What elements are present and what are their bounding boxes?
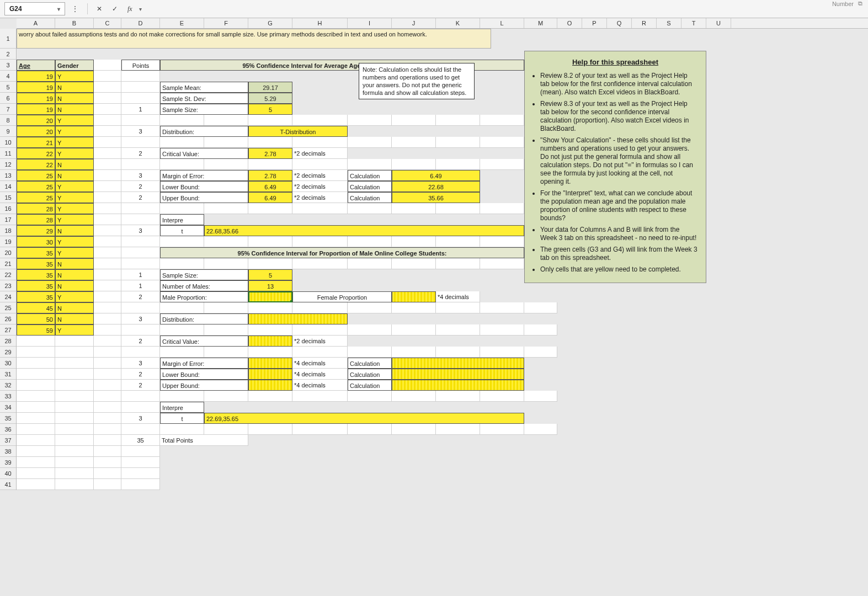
row-header[interactable]: 41 xyxy=(0,479,16,490)
row-header[interactable]: 13 xyxy=(0,170,16,181)
cell[interactable] xyxy=(204,424,248,435)
s2-mprop-val[interactable] xyxy=(248,291,292,302)
s2-males-val[interactable]: 13 xyxy=(248,280,292,291)
cell[interactable] xyxy=(392,302,436,313)
gender-cell[interactable]: N xyxy=(55,82,94,93)
cell[interactable] xyxy=(17,347,55,358)
gender-cell[interactable]: N xyxy=(55,313,94,324)
age-cell[interactable]: 22 xyxy=(17,159,55,170)
cell[interactable] xyxy=(524,324,557,336)
points-cell[interactable] xyxy=(121,258,160,269)
calc-val[interactable]: 6.49 xyxy=(248,181,292,192)
age-cell[interactable]: 35 xyxy=(17,258,55,269)
age-cell[interactable]: 35 xyxy=(17,280,55,291)
gender-cell[interactable]: N xyxy=(55,104,94,115)
cell[interactable] xyxy=(55,347,94,358)
points-cell[interactable]: 3 xyxy=(121,413,160,424)
cell[interactable] xyxy=(94,479,121,490)
cell[interactable] xyxy=(480,115,524,126)
formula-input[interactable] xyxy=(145,3,864,15)
cell[interactable] xyxy=(17,479,55,490)
cell[interactable] xyxy=(292,137,348,148)
cell[interactable] xyxy=(292,115,348,126)
age-cell[interactable]: 25 xyxy=(17,181,55,192)
cell[interactable] xyxy=(392,203,436,214)
cancel-icon[interactable]: ✕ xyxy=(93,4,105,14)
points-cell[interactable] xyxy=(121,446,160,457)
row-header[interactable]: 19 xyxy=(0,236,16,247)
cell[interactable] xyxy=(94,258,121,269)
s2-fprop-val[interactable] xyxy=(392,291,436,302)
age-cell[interactable]: 25 xyxy=(17,170,55,181)
cell[interactable] xyxy=(392,347,436,358)
cell[interactable] xyxy=(392,324,436,336)
cell[interactable] xyxy=(94,413,121,424)
gender-cell[interactable]: Y xyxy=(55,181,94,192)
cell[interactable] xyxy=(292,424,348,435)
calc-result[interactable]: 22.68 xyxy=(392,181,480,192)
cell[interactable] xyxy=(17,391,55,402)
cell[interactable] xyxy=(94,236,121,247)
row-header[interactable]: 23 xyxy=(0,280,16,291)
cell[interactable] xyxy=(160,324,204,336)
cell[interactable] xyxy=(348,137,392,148)
col-header[interactable]: D xyxy=(121,18,160,28)
cell[interactable] xyxy=(94,159,121,170)
age-cell[interactable]: 35 xyxy=(17,269,55,280)
row-header[interactable]: 26 xyxy=(0,313,16,324)
row-header[interactable]: 21 xyxy=(0,258,16,269)
age-cell[interactable]: 28 xyxy=(17,214,55,225)
chevron-down-icon[interactable]: ▾ xyxy=(57,6,60,12)
gender-cell[interactable]: N xyxy=(55,225,94,236)
col-header[interactable]: E xyxy=(160,18,204,28)
cell[interactable] xyxy=(392,391,436,402)
cell[interactable] xyxy=(524,347,557,358)
gender-cell[interactable]: N xyxy=(55,93,94,104)
cell[interactable] xyxy=(55,468,94,479)
cell[interactable] xyxy=(204,302,248,313)
points-cell[interactable] xyxy=(121,82,160,93)
cell[interactable] xyxy=(17,402,55,413)
cell[interactable] xyxy=(94,126,121,137)
cell[interactable] xyxy=(17,369,55,380)
gender-cell[interactable]: Y xyxy=(55,192,94,203)
cell[interactable] xyxy=(248,258,292,269)
gender-cell[interactable]: Y xyxy=(55,324,94,336)
points-cell[interactable] xyxy=(121,402,160,413)
cell[interactable] xyxy=(17,380,55,391)
gender-cell[interactable]: Y xyxy=(55,71,94,82)
cell[interactable] xyxy=(17,424,55,435)
age-cell[interactable]: 35 xyxy=(17,247,55,258)
cell[interactable] xyxy=(160,424,204,435)
cell[interactable] xyxy=(94,214,121,225)
cell[interactable] xyxy=(248,347,292,358)
col-header[interactable]: C xyxy=(94,18,121,28)
col-header[interactable]: H xyxy=(292,18,348,28)
row-header[interactable]: 22 xyxy=(0,269,16,280)
accept-icon[interactable]: ✓ xyxy=(109,4,121,14)
row-header[interactable]: 32 xyxy=(0,380,16,391)
s2-calc-val[interactable] xyxy=(248,358,292,369)
points-cell[interactable] xyxy=(121,236,160,247)
cell[interactable] xyxy=(204,347,248,358)
dist-val[interactable]: T-Distribution xyxy=(248,126,348,137)
gender-cell[interactable]: Y xyxy=(55,137,94,148)
row-header[interactable]: 14 xyxy=(0,181,16,192)
cell[interactable] xyxy=(248,159,292,170)
s2-calc-val[interactable] xyxy=(248,369,292,380)
row-header[interactable]: 39 xyxy=(0,457,16,468)
gender-cell[interactable]: Y xyxy=(55,236,94,247)
cell[interactable] xyxy=(94,225,121,236)
row-header[interactable]: 11 xyxy=(0,148,16,159)
cell[interactable] xyxy=(94,358,121,369)
age-cell[interactable]: 20 xyxy=(17,126,55,137)
row-header[interactable]: 3 xyxy=(0,60,16,71)
points-cell[interactable] xyxy=(121,457,160,468)
cell[interactable] xyxy=(204,324,248,336)
sample-mean-val[interactable]: 29.17 xyxy=(248,82,292,93)
age-cell[interactable]: 30 xyxy=(17,236,55,247)
col-header[interactable]: B xyxy=(55,18,94,28)
cell[interactable] xyxy=(292,391,348,402)
cell[interactable] xyxy=(94,468,121,479)
points-cell[interactable]: 3 xyxy=(121,225,160,236)
